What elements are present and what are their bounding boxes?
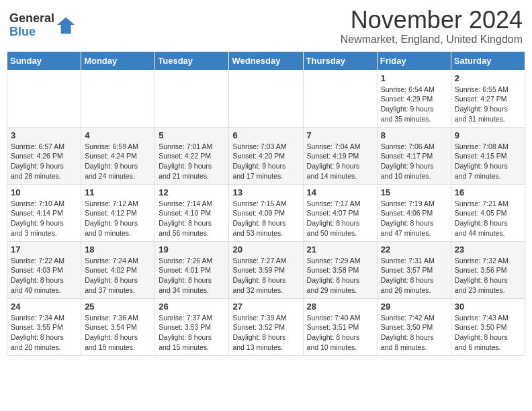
header-tuesday: Tuesday [155, 51, 229, 70]
day-info: Sunrise: 7:14 AM Sunset: 4:10 PM Dayligh… [159, 199, 225, 238]
header-friday: Friday [377, 51, 451, 70]
day-number: 20 [232, 244, 299, 255]
day-number: 24 [11, 302, 77, 312]
day-number: 1 [381, 73, 447, 83]
day-number: 29 [381, 302, 447, 312]
day-cell-empty [81, 70, 155, 127]
day-info: Sunrise: 6:54 AM Sunset: 4:29 PM Dayligh… [381, 85, 447, 124]
day-cell-10: 10Sunrise: 7:10 AM Sunset: 4:14 PM Dayli… [7, 184, 81, 241]
day-cell-9: 9Sunrise: 7:08 AM Sunset: 4:15 PM Daylig… [451, 127, 525, 184]
logo-icon [57, 16, 76, 35]
day-info: Sunrise: 7:04 AM Sunset: 4:19 PM Dayligh… [307, 142, 373, 181]
day-info: Sunrise: 7:43 AM Sunset: 3:50 PM Dayligh… [455, 313, 521, 353]
header-wednesday: Wednesday [229, 51, 303, 70]
day-info: Sunrise: 7:10 AM Sunset: 4:14 PM Dayligh… [11, 199, 77, 238]
day-info: Sunrise: 6:57 AM Sunset: 4:26 PM Dayligh… [11, 142, 77, 181]
day-info: Sunrise: 7:40 AM Sunset: 3:51 PM Dayligh… [307, 313, 373, 353]
day-number: 9 [455, 130, 521, 140]
day-number: 14 [307, 187, 373, 197]
day-cell-30: 30Sunrise: 7:43 AM Sunset: 3:50 PM Dayli… [451, 298, 525, 355]
day-number: 3 [11, 130, 77, 140]
calendar-table: SundayMondayTuesdayWednesdayThursdayFrid… [7, 51, 525, 356]
day-cell-6: 6Sunrise: 7:03 AM Sunset: 4:20 PM Daylig… [229, 127, 303, 184]
day-cell-28: 28Sunrise: 7:40 AM Sunset: 3:51 PM Dayli… [303, 298, 377, 355]
day-info: Sunrise: 7:34 AM Sunset: 3:55 PM Dayligh… [11, 313, 77, 353]
week-row-3: 10Sunrise: 7:10 AM Sunset: 4:14 PM Dayli… [7, 184, 525, 241]
logo: General Blue [9, 12, 76, 39]
day-number: 6 [232, 130, 299, 140]
day-cell-26: 26Sunrise: 7:37 AM Sunset: 3:53 PM Dayli… [155, 298, 229, 355]
day-number: 18 [85, 244, 151, 255]
day-info: Sunrise: 7:24 AM Sunset: 4:02 PM Dayligh… [85, 256, 151, 295]
day-info: Sunrise: 6:59 AM Sunset: 4:24 PM Dayligh… [85, 142, 151, 181]
day-number: 8 [381, 130, 447, 140]
day-cell-empty [303, 70, 377, 127]
day-info: Sunrise: 7:17 AM Sunset: 4:07 PM Dayligh… [307, 199, 373, 238]
day-number: 4 [85, 130, 151, 140]
day-cell-20: 20Sunrise: 7:27 AM Sunset: 3:59 PM Dayli… [229, 241, 303, 298]
day-cell-19: 19Sunrise: 7:26 AM Sunset: 4:01 PM Dayli… [155, 241, 229, 298]
day-info: Sunrise: 7:15 AM Sunset: 4:09 PM Dayligh… [232, 199, 299, 238]
day-number: 2 [455, 73, 521, 83]
day-cell-1: 1Sunrise: 6:54 AM Sunset: 4:29 PM Daylig… [377, 70, 451, 127]
day-cell-15: 15Sunrise: 7:19 AM Sunset: 4:06 PM Dayli… [377, 184, 451, 241]
header-sunday: Sunday [7, 51, 81, 70]
day-cell-25: 25Sunrise: 7:36 AM Sunset: 3:54 PM Dayli… [81, 298, 155, 355]
day-cell-5: 5Sunrise: 7:01 AM Sunset: 4:22 PM Daylig… [155, 127, 229, 184]
week-row-1: 1Sunrise: 6:54 AM Sunset: 4:29 PM Daylig… [7, 70, 525, 127]
day-number: 10 [11, 187, 77, 197]
day-number: 13 [232, 187, 299, 197]
week-row-5: 24Sunrise: 7:34 AM Sunset: 3:55 PM Dayli… [7, 298, 525, 355]
day-number: 30 [455, 302, 521, 312]
week-row-4: 17Sunrise: 7:22 AM Sunset: 4:03 PM Dayli… [7, 241, 525, 298]
day-cell-24: 24Sunrise: 7:34 AM Sunset: 3:55 PM Dayli… [7, 298, 81, 355]
day-info: Sunrise: 7:29 AM Sunset: 3:58 PM Dayligh… [307, 256, 373, 295]
day-info: Sunrise: 7:42 AM Sunset: 3:50 PM Dayligh… [381, 313, 447, 353]
day-info: Sunrise: 7:06 AM Sunset: 4:17 PM Dayligh… [381, 142, 447, 181]
day-number: 28 [307, 302, 373, 312]
day-cell-empty [7, 70, 81, 127]
day-cell-13: 13Sunrise: 7:15 AM Sunset: 4:09 PM Dayli… [229, 184, 303, 241]
svg-marker-0 [57, 17, 75, 34]
day-number: 19 [159, 244, 225, 255]
day-cell-23: 23Sunrise: 7:32 AM Sunset: 3:56 PM Dayli… [451, 241, 525, 298]
day-info: Sunrise: 7:39 AM Sunset: 3:52 PM Dayligh… [232, 313, 299, 353]
page-header: General Blue November 2024 Newmarket, En… [7, 7, 525, 46]
day-cell-empty [155, 70, 229, 127]
day-info: Sunrise: 7:36 AM Sunset: 3:54 PM Dayligh… [85, 313, 151, 353]
day-cell-8: 8Sunrise: 7:06 AM Sunset: 4:17 PM Daylig… [377, 127, 451, 184]
day-cell-22: 22Sunrise: 7:31 AM Sunset: 3:57 PM Dayli… [377, 241, 451, 298]
day-number: 5 [159, 130, 225, 140]
day-info: Sunrise: 7:19 AM Sunset: 4:06 PM Dayligh… [381, 199, 447, 238]
header-thursday: Thursday [303, 51, 377, 70]
day-number: 11 [85, 187, 151, 197]
day-number: 21 [307, 244, 373, 255]
day-cell-21: 21Sunrise: 7:29 AM Sunset: 3:58 PM Dayli… [303, 241, 377, 298]
day-info: Sunrise: 7:37 AM Sunset: 3:53 PM Dayligh… [159, 313, 225, 353]
day-cell-empty [229, 70, 303, 127]
day-number: 25 [85, 302, 151, 312]
day-cell-29: 29Sunrise: 7:42 AM Sunset: 3:50 PM Dayli… [377, 298, 451, 355]
day-cell-17: 17Sunrise: 7:22 AM Sunset: 4:03 PM Dayli… [7, 241, 81, 298]
day-number: 23 [455, 244, 521, 255]
day-info: Sunrise: 7:21 AM Sunset: 4:05 PM Dayligh… [455, 199, 521, 238]
logo-general: General [9, 12, 54, 26]
day-cell-14: 14Sunrise: 7:17 AM Sunset: 4:07 PM Dayli… [303, 184, 377, 241]
title-section: November 2024 Newmarket, England, United… [341, 7, 523, 46]
day-number: 15 [381, 187, 447, 197]
day-number: 16 [455, 187, 521, 197]
day-cell-27: 27Sunrise: 7:39 AM Sunset: 3:52 PM Dayli… [229, 298, 303, 355]
day-cell-16: 16Sunrise: 7:21 AM Sunset: 4:05 PM Dayli… [451, 184, 525, 241]
day-info: Sunrise: 7:08 AM Sunset: 4:15 PM Dayligh… [455, 142, 521, 181]
header-monday: Monday [81, 51, 155, 70]
day-cell-2: 2Sunrise: 6:55 AM Sunset: 4:27 PM Daylig… [451, 70, 525, 127]
logo-blue: Blue [9, 26, 54, 39]
day-cell-12: 12Sunrise: 7:14 AM Sunset: 4:10 PM Dayli… [155, 184, 229, 241]
calendar-body: 1Sunrise: 6:54 AM Sunset: 4:29 PM Daylig… [7, 70, 525, 355]
day-number: 26 [159, 302, 225, 312]
week-row-2: 3Sunrise: 6:57 AM Sunset: 4:26 PM Daylig… [7, 127, 525, 184]
day-info: Sunrise: 7:03 AM Sunset: 4:20 PM Dayligh… [232, 142, 299, 181]
day-info: Sunrise: 7:27 AM Sunset: 3:59 PM Dayligh… [232, 256, 299, 295]
calendar-header: SundayMondayTuesdayWednesdayThursdayFrid… [7, 51, 525, 70]
day-info: Sunrise: 7:12 AM Sunset: 4:12 PM Dayligh… [85, 199, 151, 238]
